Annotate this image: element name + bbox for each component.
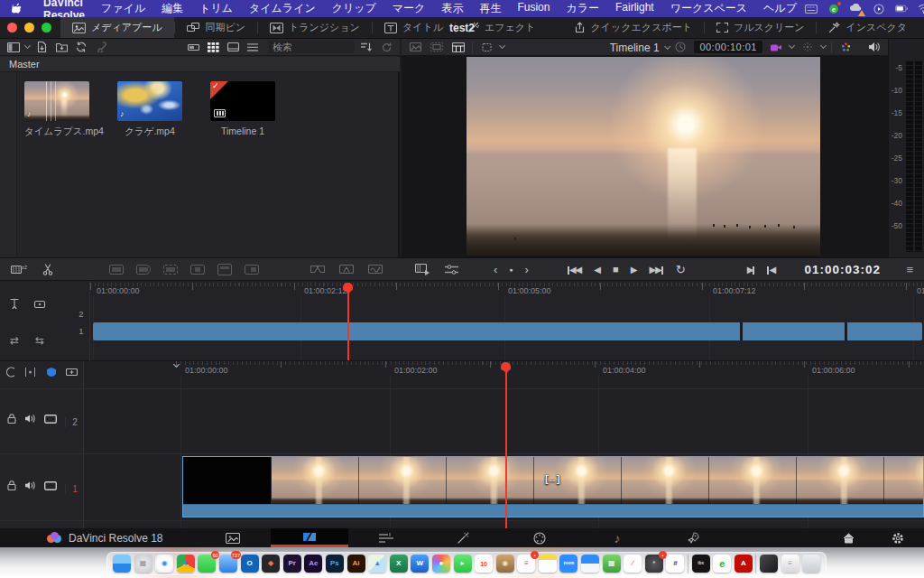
clip-audio-waveform[interactable] [183,504,923,517]
color-wheel-icon[interactable] [837,40,854,55]
smooth-cut-icon[interactable] [338,262,355,277]
transform-chevron-icon[interactable] [499,42,505,49]
jog-forward-icon[interactable]: › [525,263,528,276]
after-effects[interactable]: Ae [304,555,322,573]
media-pool-toggle-button[interactable]: メディアプール [60,17,174,38]
acrobat[interactable]: A [735,555,753,573]
dissolve-transition-icon[interactable] [310,262,326,277]
play-clip-icon[interactable] [414,262,430,277]
stabilize-icon[interactable] [799,40,816,55]
menu-item[interactable]: Fusion [509,1,558,16]
outlook[interactable]: O [241,555,259,573]
trash[interactable] [802,555,820,573]
camera-lock-icon[interactable] [768,40,784,55]
playback-settings-icon[interactable] [443,262,459,277]
messages[interactable]: 60 [198,555,216,573]
clip-thumbnail[interactable]: ♪ [117,81,182,121]
page-deliver-button[interactable] [677,528,709,547]
launchpad[interactable]: ▦ [134,555,152,573]
clip-black-segment[interactable] [183,457,272,504]
menu-item[interactable]: マーク [384,1,434,16]
inspector-button[interactable]: インスペクタ [817,17,919,38]
menu-item[interactable]: ヘルプ [755,1,805,16]
timeline-clip-card[interactable]: ✓ Timeline 1 [210,81,275,136]
shuffle-edit-icon[interactable]: ⇆ [29,330,51,351]
play-status-icon[interactable] [873,3,885,14]
thumbnail-view-icon[interactable] [205,40,221,55]
sync-warning-icon[interactable] [850,3,863,14]
clip-thumbnail[interactable]: ♪ [24,81,89,121]
stacked-documents[interactable]: ≡ [781,555,799,573]
maps[interactable]: ▲ [368,555,386,573]
loop-button[interactable]: ↻ [676,263,686,276]
mute-track-icon[interactable] [24,480,36,490]
eset[interactable]: e [713,555,731,573]
timeline-mode-icon[interactable] [450,40,467,55]
menu-item[interactable]: 再生 [471,1,509,16]
overview-track-2-number[interactable]: 2 [76,309,87,319]
source-clip-mode-icon[interactable] [407,40,423,55]
snapping-icon[interactable] [22,364,38,379]
camera-chevron-icon[interactable] [789,42,795,49]
menu-item[interactable]: トリム [191,1,241,16]
settings-gear-button[interactable] [882,528,914,547]
page-media-button[interactable] [217,528,249,547]
menu-item[interactable]: 表示 [433,1,471,16]
overview-track-1-number[interactable]: 1 [76,326,87,336]
mail[interactable]: 737 [219,555,237,573]
overview-playhead[interactable] [343,283,353,360]
window-minimize-button[interactable] [24,23,34,33]
photos[interactable]: ● [432,555,450,573]
bin-breadcrumb[interactable]: Master [0,57,400,72]
slack[interactable]: # [666,555,684,573]
fullscreen-button[interactable]: フルスクリーン [705,17,817,38]
zoom[interactable]: zoom [559,555,578,573]
sync-bin-button[interactable]: 同期ビン [175,17,258,38]
battery-icon[interactable] [895,3,908,14]
go-to-last-frame-button[interactable]: ▶▶ [649,264,662,275]
page-cut-button-active[interactable] [271,528,348,547]
retime-curve-icon[interactable] [2,364,18,379]
facetime[interactable]: ▸ [454,555,472,573]
overview-ruler[interactable] [90,283,924,295]
menu-item[interactable]: タイムライン [241,1,324,16]
place-on-top-icon[interactable] [217,262,233,277]
timeline-options-menu-icon[interactable]: ≡ [906,263,913,276]
home-button[interactable] [832,528,864,547]
premiere-pro[interactable]: Pr [283,555,301,573]
timeline-zoom-snap-icon[interactable]: zZ [11,262,27,277]
photoshop[interactable]: Ps [326,555,344,573]
track-1-number[interactable]: 1 [65,484,84,494]
edit-point[interactable] [845,322,847,340]
lock-track-icon[interactable] [7,480,16,490]
enable-video-track-icon[interactable] [44,481,57,490]
media-clip-card[interactable]: ♪ タイムラプス.mp4 [24,81,89,138]
quick-export-button[interactable]: クイックエクスポート [562,17,704,38]
edit-point[interactable] [740,322,743,340]
menu-item[interactable]: ワークスペース [662,1,755,16]
media-clip-card[interactable]: ♪ クラゲ.mp4 [117,81,182,138]
page-color-button[interactable] [523,528,556,547]
strip-view-icon[interactable] [185,40,201,55]
flag-badge-icon[interactable] [43,364,60,379]
append-clip-icon[interactable] [135,262,152,277]
transitions-button[interactable]: トランジション [258,17,372,38]
contacts[interactable]: ◉ [496,555,514,573]
sync-clips-icon[interactable] [73,40,89,55]
titles-button[interactable]: タイトル [373,17,455,38]
window-close-button[interactable] [7,23,17,33]
tourbox[interactable]: tbx [692,555,710,573]
overview-clip-bar[interactable] [93,322,922,340]
timeline-selector[interactable]: Timeline 1 [610,42,660,54]
menu-item[interactable]: カラー [558,1,607,16]
close-up-icon[interactable] [189,262,206,277]
excel[interactable]: X [390,555,408,573]
play-button[interactable]: ▶ [631,265,637,275]
mute-track-icon[interactable] [24,414,36,424]
menu-item[interactable]: Fairlight [607,1,662,16]
enable-video-track-icon[interactable] [44,415,57,424]
lock-track-icon[interactable] [7,414,16,424]
keynote[interactable] [581,555,599,573]
transform-tools-icon[interactable] [478,40,494,55]
duration-clock-icon[interactable] [672,40,688,55]
